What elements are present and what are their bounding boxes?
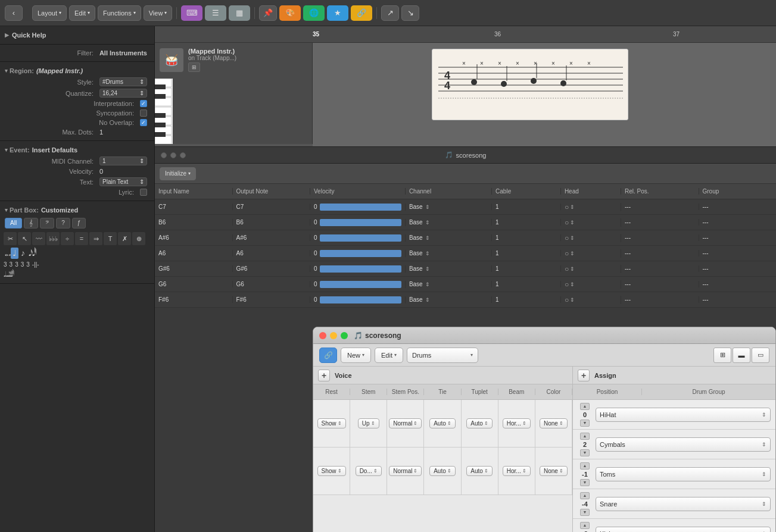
event-header[interactable]: ▾ Event: Insert Defaults xyxy=(0,145,154,155)
tie-stepper-1[interactable]: Auto ⇕ xyxy=(429,418,456,428)
sym-32nd[interactable]: 𝅘𝅥𝅱 xyxy=(31,248,33,259)
assign-add-btn[interactable]: + xyxy=(578,370,590,381)
region-header[interactable]: ▾ Region: (Mapped Instr.) xyxy=(0,65,154,76)
score-wc-2[interactable] xyxy=(170,152,176,158)
instrument-select[interactable]: Drums ▾ xyxy=(407,348,478,363)
view-btn-1[interactable]: ⊞ xyxy=(713,348,731,363)
tool-wave[interactable]: 〰 xyxy=(32,232,45,245)
triplet-3a[interactable]: 3 xyxy=(4,261,7,268)
rest-stepper-1[interactable]: Show ⇕ xyxy=(317,418,346,428)
initialize-btn[interactable]: Initialize ▾ xyxy=(160,167,196,180)
view-btn-3[interactable]: ▭ xyxy=(752,348,769,363)
map-row-6[interactable]: F#6 F#6 0 Base ⇕ 1 ○ ⇕ --- --- xyxy=(155,292,776,308)
track-expand-btn[interactable]: ⊞ xyxy=(188,62,200,72)
pos-up-2[interactable]: ▲ xyxy=(580,462,590,470)
tool-equal[interactable]: = xyxy=(75,232,88,245)
tab-question[interactable]: ? xyxy=(56,218,70,229)
edit-btn[interactable]: Edit ▾ xyxy=(375,348,403,363)
tool-sharp[interactable]: ♭♭♭ xyxy=(46,232,60,245)
drum-close-btn[interactable] xyxy=(319,332,326,339)
layout-menu[interactable]: Layout ▾ xyxy=(32,5,67,21)
voice-add-btn[interactable]: + xyxy=(318,370,330,381)
toolbar-icon-grid[interactable]: ▦ xyxy=(229,5,250,21)
beam-stepper-1[interactable]: Hor... ⇕ xyxy=(503,418,531,428)
syncopation-checkbox[interactable] xyxy=(140,109,147,117)
stem-stepper-2[interactable]: Do... ⇕ xyxy=(356,466,382,476)
tuplet-stepper-2[interactable]: Auto ⇕ xyxy=(466,466,493,476)
pos-up-4[interactable]: ▲ xyxy=(580,522,590,529)
view-menu[interactable]: View ▾ xyxy=(144,5,173,21)
tool-select[interactable]: ↖ xyxy=(18,232,31,245)
toolbar-icon-list[interactable]: ☰ xyxy=(205,5,226,21)
pos-down-3[interactable]: ▼ xyxy=(580,509,590,516)
tool-arrow[interactable]: ⇒ xyxy=(89,232,102,245)
pos-down-2[interactable]: ▼ xyxy=(580,479,590,486)
notation-box[interactable]: 4 4 × × × × × × × × xyxy=(432,49,628,120)
rest-stepper-2[interactable]: Show ⇕ xyxy=(317,466,346,476)
pos-up-0[interactable]: ▲ xyxy=(580,403,590,410)
pos-up-3[interactable]: ▲ xyxy=(580,492,590,499)
part-box-header[interactable]: ▾ Part Box: Customized xyxy=(0,205,154,215)
edit-menu[interactable]: Edit ▾ xyxy=(69,5,95,21)
toolbar-icon-link[interactable]: 🔗 xyxy=(351,5,372,21)
sym-whole[interactable]: 𝅝 xyxy=(4,248,6,259)
interpretation-checkbox[interactable] xyxy=(140,100,147,107)
toolbar-icon-star[interactable]: ★ xyxy=(327,5,348,21)
no-overlap-checkbox[interactable] xyxy=(140,119,147,126)
text-select[interactable]: Plain Text ⇕ xyxy=(99,177,147,186)
tool-merge[interactable]: ⊕ xyxy=(132,232,145,245)
triplet-3d[interactable]: 3 xyxy=(21,261,24,268)
tab-f[interactable]: ƒ xyxy=(72,218,86,229)
tab-all[interactable]: All xyxy=(5,218,22,229)
functions-menu[interactable]: Functions ▾ xyxy=(98,5,141,21)
stempos-stepper-1[interactable]: Normal ⇕ xyxy=(389,418,422,428)
drum-link-btn[interactable]: 🔗 xyxy=(319,348,337,363)
color-stepper-1[interactable]: None ⇕ xyxy=(540,418,568,428)
map-row-5[interactable]: G6 G6 0 Base ⇕ 1 ○ ⇕ --- --- xyxy=(155,277,776,292)
color-stepper-2[interactable]: None ⇕ xyxy=(540,466,568,476)
toolbar-icon-globe[interactable]: 🌐 xyxy=(303,5,325,21)
quick-help-header[interactable]: ▶ Quick Help xyxy=(0,30,154,40)
sym-half[interactable]: 𝅗𝅥 xyxy=(7,248,10,259)
tie-stepper-2[interactable]: Auto ⇕ xyxy=(429,466,456,476)
map-row-3[interactable]: A6 A6 0 Base ⇕ 1 ○ ⇕ --- --- xyxy=(155,246,776,261)
new-btn[interactable]: New ▾ xyxy=(341,348,371,363)
sym-16th[interactable]: 𝅘𝅥𝅯 xyxy=(27,248,30,259)
midi-channel-select[interactable]: 1 ⇕ xyxy=(99,157,147,165)
triplet-dash[interactable]: -||- xyxy=(32,261,39,268)
pos-down-1[interactable]: ▼ xyxy=(580,449,590,456)
sym-quarter-selected[interactable]: ♩ xyxy=(11,248,18,259)
map-row-2[interactable]: A#6 A#6 0 Base ⇕ 1 ○ ⇕ --- --- xyxy=(155,230,776,246)
score-wc-1[interactable] xyxy=(161,152,167,158)
drum-group-select-4[interactable]: Kick ⇕ xyxy=(596,527,771,533)
drum-group-select-3[interactable]: Snare ⇕ xyxy=(596,497,771,511)
drum-group-select-0[interactable]: HiHat ⇕ xyxy=(596,408,771,422)
tool-divide[interactable]: ÷ xyxy=(61,232,74,245)
map-row-4[interactable]: G#6 G#6 0 Base ⇕ 1 ○ ⇕ --- --- xyxy=(155,261,776,277)
style-select[interactable]: #Drums ⇕ xyxy=(99,77,147,86)
back-button[interactable]: ‹ xyxy=(5,5,23,21)
lyric-checkbox[interactable] xyxy=(140,189,147,196)
tool-scissors[interactable]: ✂ xyxy=(4,232,17,245)
triplet-3b[interactable]: 3 xyxy=(10,261,13,268)
toolbar-icon-midi[interactable]: ⌨ xyxy=(181,5,202,21)
beam-stepper-2[interactable]: Hor... ⇕ xyxy=(503,466,531,476)
toolbar-icon-pin[interactable]: 📌 xyxy=(259,5,277,21)
toolbar-icon-color[interactable]: 🎨 xyxy=(279,5,301,21)
tool-t[interactable]: T xyxy=(104,232,117,245)
stempos-stepper-2[interactable]: Normal ⇕ xyxy=(389,466,422,476)
tuplet-stepper-1[interactable]: Auto ⇕ xyxy=(466,418,493,428)
drum-group-select-1[interactable]: Cymbals ⇕ xyxy=(596,437,771,452)
map-row-1[interactable]: B6 B6 0 Base ⇕ 1 ○ ⇕ --- --- xyxy=(155,215,776,230)
drum-group-select-2[interactable]: Toms ⇕ xyxy=(596,467,771,481)
tab-bass[interactable]: 𝄢 xyxy=(40,218,54,229)
triplet-3e[interactable]: 3 xyxy=(26,261,30,268)
toolbar-icon-tool[interactable]: ↘ xyxy=(401,5,419,21)
map-row-0[interactable]: C7 C7 0 Base ⇕ 1 ○ ⇕ --- --- xyxy=(155,199,776,215)
toolbar-icon-cursor[interactable]: ↗ xyxy=(381,5,399,21)
triplet-3c[interactable]: 3 xyxy=(15,261,18,268)
view-btn-2[interactable]: ▬ xyxy=(733,348,750,363)
quantize-select[interactable]: 16,24 ⇕ xyxy=(99,89,147,98)
score-wc-3[interactable] xyxy=(180,152,186,158)
pos-down-0[interactable]: ▼ xyxy=(580,420,590,427)
